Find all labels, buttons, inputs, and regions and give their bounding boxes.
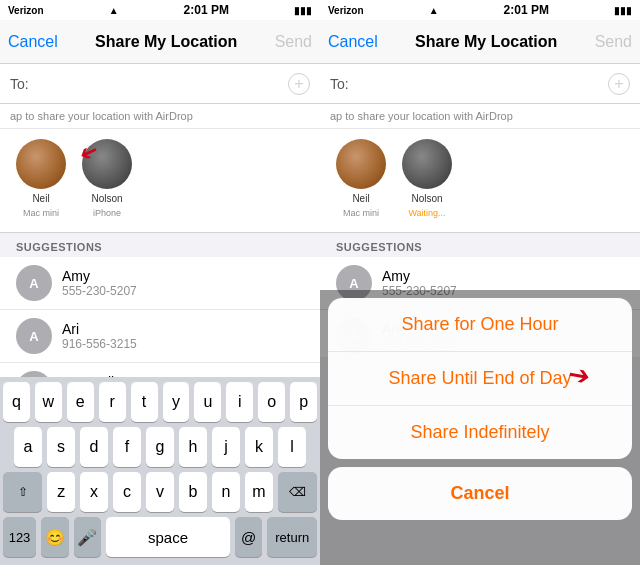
carrier-right: Verizon [328, 5, 364, 16]
key-n[interactable]: n [212, 472, 240, 512]
status-bar-right: Verizon ▲ 2:01 PM ▮▮▮ [320, 0, 640, 20]
contact-neil-right[interactable]: Neil Mac mini [336, 139, 386, 218]
to-field-left: To: + [0, 64, 320, 104]
key-x[interactable]: x [80, 472, 108, 512]
contacts-row-left: Neil Mac mini Nolson iPhone ➔ [0, 129, 320, 233]
keyboard-left: q w e r t y u i o p a s d f g h j k l ⇧ … [0, 377, 320, 565]
key-d[interactable]: d [80, 427, 108, 467]
time-left: 2:01 PM [184, 3, 229, 17]
share-one-hour-button[interactable]: Share for One Hour [328, 298, 632, 352]
suggestion-ari[interactable]: A Ari 916-556-3215 [0, 310, 320, 363]
suggestion-list-left: A Amy 555-230-5207 A Ari 916-556-3215 BS… [0, 257, 320, 377]
send-button-right[interactable]: Send [595, 33, 632, 51]
status-bar-left: Verizon ▲ 2:01 PM ▮▮▮ [0, 0, 320, 20]
key-g[interactable]: g [146, 427, 174, 467]
key-y[interactable]: y [163, 382, 190, 422]
key-v[interactable]: v [146, 472, 174, 512]
key-m[interactable]: m [245, 472, 273, 512]
nolson-name-right: Nolson [411, 193, 442, 204]
key-at[interactable]: @ [235, 517, 263, 557]
share-indefinitely-button[interactable]: Share Indefinitely [328, 406, 632, 459]
contact-neil[interactable]: Neil Mac mini [16, 139, 66, 218]
key-t[interactable]: t [131, 382, 158, 422]
key-num[interactable]: 123 [3, 517, 36, 557]
key-b[interactable]: b [179, 472, 207, 512]
right-panel: Verizon ▲ 2:01 PM ▮▮▮ Cancel Share My Lo… [320, 0, 640, 565]
amy-name: Amy [62, 268, 304, 284]
amy-name-right: Amy [382, 268, 624, 284]
key-delete[interactable]: ⌫ [278, 472, 317, 512]
neil-sub: Mac mini [23, 208, 59, 218]
key-e[interactable]: e [67, 382, 94, 422]
key-j[interactable]: j [212, 427, 240, 467]
add-recipient-left[interactable]: + [288, 73, 310, 95]
key-a[interactable]: a [14, 427, 42, 467]
key-mic[interactable]: 🎤 [74, 517, 102, 557]
contact-nolson-right[interactable]: Nolson Waiting... [402, 139, 452, 218]
key-h[interactable]: h [179, 427, 207, 467]
key-l[interactable]: l [278, 427, 306, 467]
action-cancel-button[interactable]: Cancel [328, 467, 632, 520]
key-space[interactable]: space [106, 517, 230, 557]
to-field-right: To: + [320, 64, 640, 104]
to-label-left: To: [10, 76, 29, 92]
plus-icon-left: + [294, 76, 303, 92]
status-icons-left: ▮▮▮ [294, 5, 312, 16]
avatar-ari: A [16, 318, 52, 354]
suggestions-header-left: SUGGESTIONS [0, 233, 320, 257]
nav-title-left: Share My Location [95, 33, 237, 51]
plus-icon-right: + [614, 76, 623, 92]
key-w[interactable]: w [35, 382, 62, 422]
key-u[interactable]: u [194, 382, 221, 422]
nolson-name: Nolson [91, 193, 122, 204]
avatar-neil-right [336, 139, 386, 189]
key-k[interactable]: k [245, 427, 273, 467]
key-o[interactable]: o [258, 382, 285, 422]
key-c[interactable]: c [113, 472, 141, 512]
avatar-amy: A [16, 265, 52, 301]
to-input-right[interactable] [355, 76, 608, 92]
nav-bar-left: Cancel Share My Location Send [0, 20, 320, 64]
add-recipient-right[interactable]: + [608, 73, 630, 95]
keyboard-row-2: a s d f g h j k l [0, 422, 320, 467]
airdrop-hint-left: ap to share your location with AirDrop [0, 104, 320, 129]
neil-name-right: Neil [352, 193, 369, 204]
key-shift[interactable]: ⇧ [3, 472, 42, 512]
nav-bar-right: Cancel Share My Location Send [320, 20, 640, 64]
ari-phone: 916-556-3215 [62, 337, 304, 351]
action-sheet-overlay: ➔ Share for One Hour Share Until End of … [320, 290, 640, 565]
contacts-row-right: Neil Mac mini Nolson Waiting... [320, 129, 640, 233]
send-button-left[interactable]: Send [275, 33, 312, 51]
battery-icon-left: ▮▮▮ [294, 5, 312, 16]
key-r[interactable]: r [99, 382, 126, 422]
key-p[interactable]: p [290, 382, 317, 422]
keyboard-bottom: 123 😊 🎤 space @ return [0, 512, 320, 565]
key-return[interactable]: return [267, 517, 317, 557]
airdrop-hint-right: ap to share your location with AirDrop [320, 104, 640, 129]
key-emoji[interactable]: 😊 [41, 517, 69, 557]
left-panel: Verizon ▲ 2:01 PM ▮▮▮ Cancel Share My Lo… [0, 0, 320, 565]
key-q[interactable]: q [3, 382, 30, 422]
neil-sub-right: Mac mini [343, 208, 379, 218]
suggestion-amy[interactable]: A Amy 555-230-5207 [0, 257, 320, 310]
key-s[interactable]: s [47, 427, 75, 467]
carrier-left: Verizon [8, 5, 44, 16]
to-label-right: To: [330, 76, 349, 92]
key-z[interactable]: z [47, 472, 75, 512]
cancel-button-right[interactable]: Cancel [328, 33, 378, 51]
suggestions-header-right: SUGGESTIONS [320, 233, 640, 257]
ari-info: Ari 916-556-3215 [62, 321, 304, 351]
key-f[interactable]: f [113, 427, 141, 467]
amy-info: Amy 555-230-5207 [62, 268, 304, 298]
battery-icon-right: ▮▮▮ [614, 5, 632, 16]
avatar-neil [16, 139, 66, 189]
action-sheet: ➔ Share for One Hour Share Until End of … [320, 298, 640, 520]
suggestion-ben[interactable]: BS Ben Solis 714-556-4579 [0, 363, 320, 377]
key-i[interactable]: i [226, 382, 253, 422]
nav-title-right: Share My Location [415, 33, 557, 51]
amy-phone: 555-230-5207 [62, 284, 304, 298]
cancel-button-left[interactable]: Cancel [8, 33, 58, 51]
nolson-sub-right: Waiting... [408, 208, 445, 218]
keyboard-row-3: ⇧ z x c v b n m ⌫ [0, 467, 320, 512]
to-input-left[interactable] [35, 76, 288, 92]
